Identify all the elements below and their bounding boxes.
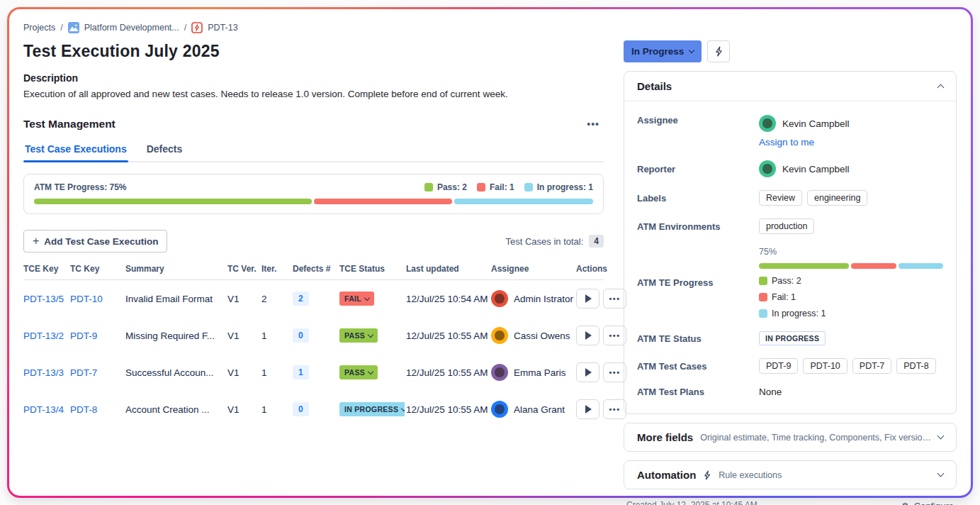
defects-count-badge[interactable]: 0 xyxy=(293,328,309,343)
test-case-chip-pdt-7[interactable]: PDT-7 xyxy=(852,358,891,374)
breadcrumb-project[interactable]: Platform Development... xyxy=(84,23,179,33)
details-progress-legend: Pass: 2 Fail: 1 In progress: 1 xyxy=(759,276,943,318)
tce-status-badge[interactable]: PASS xyxy=(339,365,378,379)
gear-icon: ⚙ xyxy=(901,501,910,505)
reporter-avatar xyxy=(759,160,776,177)
tce-key-link[interactable]: PDT-13/3 xyxy=(23,367,69,378)
summary-cell: Successful Accoun... xyxy=(125,367,226,378)
iteration-cell: 2 xyxy=(261,294,291,304)
label-chip-engineering[interactable]: engineering xyxy=(807,190,867,206)
created-date: Created July 12, 2025 at 10:45 AM xyxy=(626,498,757,505)
assignee-name: Admin Istrator xyxy=(514,294,573,304)
test-cases-label: ATM Test Cases xyxy=(637,361,759,372)
test-case-chip-pdt-10[interactable]: PDT-10 xyxy=(803,358,847,374)
assign-to-me-link[interactable]: Assign to me xyxy=(759,137,814,148)
description-text[interactable]: Execution of all approved and new test c… xyxy=(23,89,604,99)
test-cases-total: Test Cases in total: 4 xyxy=(505,235,604,248)
defects-cell: 0 xyxy=(293,402,338,416)
assignee-avatar xyxy=(491,401,508,418)
more-fields-panel[interactable]: More fields Original estimate, Time trac… xyxy=(624,423,957,452)
tc-version-cell: V1 xyxy=(227,331,260,341)
col-summary[interactable]: Summary xyxy=(125,264,226,274)
add-test-case-execution-button[interactable]: Add Test Case Execution xyxy=(23,230,167,252)
main-column: Projects / Platform Development... / PDT… xyxy=(23,22,604,486)
assignee-value[interactable]: Kevin Campbell xyxy=(759,115,943,132)
labels-label: Labels xyxy=(637,193,759,204)
atm-progress-bar xyxy=(34,199,593,204)
environment-chip-production[interactable]: production xyxy=(759,218,814,234)
run-test-button[interactable] xyxy=(576,289,599,309)
table-row: PDT-13/2PDT-9Missing Required F...V110PA… xyxy=(23,317,604,354)
te-progress-label: ATM TE Progress xyxy=(637,277,759,288)
details-header[interactable]: Details xyxy=(624,72,956,101)
col-tce-key[interactable]: TCE Key xyxy=(23,264,69,274)
col-iter[interactable]: Iter. xyxy=(261,264,291,274)
total-count-badge: 4 xyxy=(589,235,604,248)
breadcrumb-issue-key[interactable]: PDT-13 xyxy=(208,23,237,33)
status-cell: PASS xyxy=(339,328,405,343)
col-defects[interactable]: Defects # xyxy=(293,264,338,274)
plus-icon xyxy=(33,235,39,248)
breadcrumb-projects[interactable]: Projects xyxy=(23,23,55,33)
tc-key-link[interactable]: PDT-9 xyxy=(70,331,124,341)
col-tce-status[interactable]: TCE Status xyxy=(339,264,405,274)
test-case-chip-pdt-8[interactable]: PDT-8 xyxy=(896,358,935,374)
page-title: Test Execution July 2025 xyxy=(23,42,604,61)
tce-key-link[interactable]: PDT-13/4 xyxy=(23,404,69,415)
col-last-updated[interactable]: Last updated xyxy=(406,264,490,274)
test-case-executions-table: TCE Key TC Key Summary TC Ver. Iter. Def… xyxy=(23,264,604,428)
breadcrumb: Projects / Platform Development... / PDT… xyxy=(23,22,604,33)
details-progress-bar xyxy=(759,263,943,269)
tce-status-badge[interactable]: FAIL xyxy=(339,292,374,306)
col-tc-key[interactable]: TC Key xyxy=(70,264,124,274)
run-test-button[interactable] xyxy=(576,326,599,345)
run-test-button[interactable] xyxy=(576,399,599,419)
defects-count-badge[interactable]: 0 xyxy=(293,402,309,416)
reporter-name: Kevin Campbell xyxy=(782,164,850,174)
tc-version-cell: V1 xyxy=(227,404,260,415)
test-plans-label: ATM Test Plans xyxy=(637,387,759,397)
test-case-chip-pdt-9[interactable]: PDT-9 xyxy=(759,358,798,374)
tc-key-link[interactable]: PDT-8 xyxy=(70,404,124,415)
tce-status-badge[interactable]: PASS xyxy=(339,328,378,343)
progress-segment-in_progress xyxy=(899,263,944,269)
col-tc-ver[interactable]: TC Ver. xyxy=(227,264,260,274)
reporter-value[interactable]: Kevin Campbell xyxy=(759,160,943,177)
configure-button[interactable]: ⚙ Configure xyxy=(901,501,954,505)
assignee-avatar xyxy=(491,364,508,381)
breadcrumb-separator: / xyxy=(60,23,62,33)
automation-lightning-button[interactable] xyxy=(707,40,730,62)
test-execution-type-icon xyxy=(191,22,203,33)
field-labels: Labels Review engineering xyxy=(637,184,943,212)
lightning-icon xyxy=(714,46,723,57)
actions-cell: ••• xyxy=(576,326,626,345)
tce-key-link[interactable]: PDT-13/5 xyxy=(23,294,69,304)
tab-defects[interactable]: Defects xyxy=(145,140,184,161)
status-dropdown-button[interactable]: In Progress xyxy=(624,40,702,62)
col-assignee[interactable]: Assignee xyxy=(491,264,575,274)
legend-fail-label: Fail: 1 xyxy=(490,182,514,192)
tab-test-case-executions[interactable]: Test Case Executions xyxy=(23,140,128,161)
test-management-more-icon[interactable]: ••• xyxy=(582,118,604,131)
progress-segment-pass xyxy=(759,263,849,269)
tc-key-link[interactable]: PDT-7 xyxy=(70,367,124,378)
gradient-frame: Projects / Platform Development... / PDT… xyxy=(7,7,973,498)
run-test-button[interactable] xyxy=(576,362,599,382)
assignee-name: Cassi Owens xyxy=(514,331,570,341)
tce-status-badge[interactable]: IN PROGRESS xyxy=(339,402,405,416)
te-status-chip[interactable]: IN PROGRESS xyxy=(759,331,826,345)
label-chip-review[interactable]: Review xyxy=(759,190,802,206)
defects-count-badge[interactable]: 1 xyxy=(293,365,309,379)
table-row: PDT-13/3PDT-7Successful Accoun...V111PAS… xyxy=(23,354,604,391)
status-cell: FAIL xyxy=(339,292,405,306)
more-fields-title: More fields xyxy=(637,431,693,443)
tc-key-link[interactable]: PDT-10 xyxy=(70,294,124,304)
automation-subtext: Rule executions xyxy=(719,470,931,480)
automation-panel[interactable]: Automation Rule executions xyxy=(624,460,957,489)
defects-count-badge[interactable]: 2 xyxy=(293,292,309,306)
atm-progress-card: ATM TE Progress: 75% Pass: 2 Fail: 1 xyxy=(23,174,604,214)
assignee-avatar xyxy=(491,290,508,307)
col-actions: Actions xyxy=(576,264,607,274)
fail-color-swatch xyxy=(759,293,767,301)
tce-key-link[interactable]: PDT-13/2 xyxy=(23,331,69,341)
